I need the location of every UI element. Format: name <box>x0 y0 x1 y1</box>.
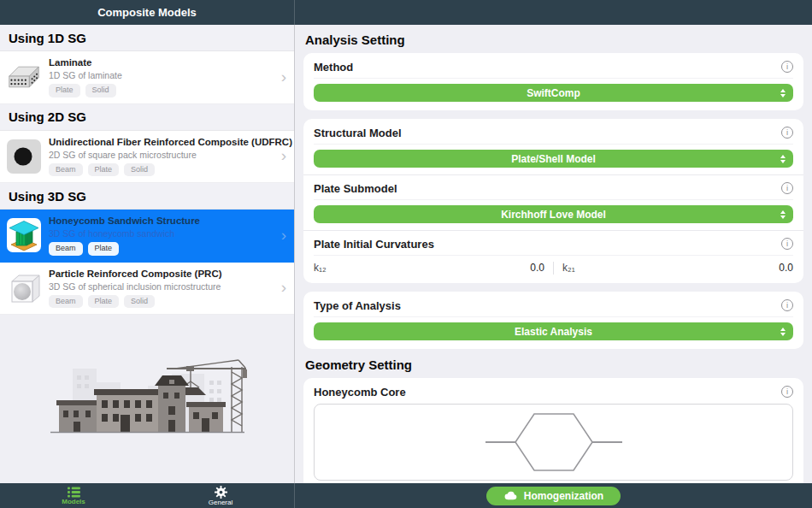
divider <box>314 316 793 317</box>
window-title: Composite Models <box>97 6 197 19</box>
section-header-2d-sg: Using 2D SG <box>0 104 294 131</box>
tag-plate: Plate <box>88 295 120 309</box>
content-area: Using 1D SG <box>0 25 812 483</box>
curvatures-label-row: Plate Initial Curvatures i <box>314 237 793 251</box>
app-window: Composite Models Using 1D SG <box>0 0 812 508</box>
picker-arrows-icon <box>780 89 786 97</box>
structural-model-select[interactable]: Plate/Shell Model <box>314 150 793 168</box>
info-icon[interactable]: i <box>781 299 793 311</box>
sidebar-header: Composite Models <box>0 0 295 25</box>
info-icon[interactable]: i <box>781 61 793 73</box>
info-icon[interactable]: i <box>781 127 793 139</box>
plate-submodel-select[interactable]: Kirchhoff Love Model <box>314 205 793 223</box>
tab-general-label: General <box>209 499 232 506</box>
chevron-right-icon: › <box>281 279 289 297</box>
list-icon <box>68 487 80 498</box>
plate-submodel-label-row: Plate Submodel i <box>314 181 793 195</box>
info-icon[interactable]: i <box>781 182 793 194</box>
picker-arrows-icon <box>780 210 786 219</box>
tag-beam: Beam <box>49 163 83 177</box>
prc-icon <box>7 271 41 305</box>
plate-submodel-label: Plate Submodel <box>314 182 397 195</box>
gear-icon <box>215 486 227 499</box>
item-body: Particle Reinforced Composite (PRC) 3D S… <box>49 269 274 309</box>
chevron-right-icon: › <box>281 227 289 245</box>
sidebar-empty-area <box>0 315 294 483</box>
tab-bar: Models Gen <box>0 483 295 508</box>
k21-value[interactable]: 0.0 <box>779 262 793 274</box>
item-title: Laminate <box>49 57 274 68</box>
tag-plate: Plate <box>49 84 80 97</box>
laminate-icon <box>7 60 41 94</box>
item-tags: Plate Solid <box>49 84 274 97</box>
picker-arrows-icon <box>780 328 786 336</box>
k21-field: k₂₁ 0.0 <box>554 262 793 274</box>
k12-field: k₁₂ 0.0 <box>314 262 553 274</box>
tag-plate: Plate <box>88 163 120 177</box>
homogenization-button[interactable]: Homogenization <box>486 487 621 505</box>
sidebar-item-prc[interactable]: Particle Reinforced Composite (PRC) 3D S… <box>0 263 294 316</box>
divider <box>303 174 803 175</box>
item-subtitle: 1D SG of laminate <box>49 70 274 80</box>
item-subtitle: 2D SG of square pack microstructure <box>49 150 274 160</box>
type-of-analysis-value: Elastic Analysis <box>515 326 592 338</box>
method-label: Method <box>314 61 353 74</box>
type-of-analysis-card: Type of Analysis i Elastic Analysis <box>303 292 803 349</box>
item-subtitle: 3D SG of spherical inclusion microstruct… <box>49 281 274 292</box>
section-header-1d-sg: Using 1D SG <box>0 25 294 51</box>
divider <box>314 199 793 200</box>
method-select[interactable]: SwiftComp <box>314 84 793 102</box>
honeycomb-core-label: Honeycomb Core <box>314 386 406 399</box>
sidebar-item-honeycomb-sandwich[interactable]: Honeycomb Sandwich Structure 3D SG of ho… <box>0 210 294 263</box>
item-tags: Beam Plate <box>49 242 274 256</box>
city-construction-illustration <box>47 357 248 442</box>
honeycomb-core-card: Honeycomb Core i Core Length (l₁) 3.6 <box>303 378 803 483</box>
models-sidebar: Using 1D SG <box>0 25 295 483</box>
k12-label: k₁₂ <box>314 262 327 274</box>
curvatures-label: Plate Initial Curvatures <box>314 238 434 251</box>
info-icon[interactable]: i <box>781 238 793 250</box>
plate-submodel-value: Kirchhoff Love Model <box>501 209 606 221</box>
chevron-right-icon: › <box>281 147 289 165</box>
divider <box>314 78 793 79</box>
chevron-right-icon: › <box>281 68 289 86</box>
item-tags: Beam Plate Solid <box>49 295 274 309</box>
tab-models[interactable]: Models <box>0 483 147 508</box>
tab-models-label: Models <box>62 499 85 505</box>
udfrc-icon <box>7 139 41 174</box>
tag-beam: Beam <box>49 295 83 309</box>
honeycomb-core-label-row: Honeycomb Core i <box>314 385 793 399</box>
item-body: Honeycomb Sandwich Structure 3D SG of ho… <box>49 216 274 256</box>
type-of-analysis-select[interactable]: Elastic Analysis <box>314 322 793 340</box>
structural-model-card: Structural Model i Plate/Shell Model Pla… <box>303 119 803 283</box>
type-of-analysis-label: Type of Analysis <box>314 299 401 312</box>
analysis-setting-heading: Analysis Setting <box>305 32 802 47</box>
divider <box>314 144 793 145</box>
method-label-row: Method i <box>314 60 793 74</box>
sidebar-item-laminate[interactable]: Laminate 1D SG of laminate Plate Solid › <box>0 51 294 104</box>
tag-solid: Solid <box>124 295 155 309</box>
divider <box>303 230 803 231</box>
cloud-icon <box>503 491 517 500</box>
homogenization-button-label: Homogenization <box>524 490 603 502</box>
tab-general[interactable]: General <box>147 483 294 508</box>
info-icon[interactable]: i <box>781 386 793 398</box>
tag-beam: Beam <box>49 242 83 256</box>
sidebar-item-udfrc[interactable]: Unidirectional Fiber Reinforced Composit… <box>0 131 294 184</box>
picker-arrows-icon <box>780 155 786 163</box>
item-body: Unidirectional Fiber Reinforced Composit… <box>49 137 274 177</box>
bottom-bar: Models Gen <box>0 483 812 508</box>
structural-model-label-row: Structural Model i <box>314 126 793 139</box>
honeycomb-diagram-box <box>314 404 793 481</box>
honeycomb-sandwich-icon <box>7 218 41 252</box>
geometry-setting-heading: Geometry Setting <box>305 357 802 372</box>
item-title: Particle Reinforced Composite (PRC) <box>49 269 274 279</box>
tag-solid: Solid <box>124 163 155 177</box>
k21-label: k₂₁ <box>562 262 575 274</box>
tag-plate: Plate <box>88 242 120 256</box>
top-navigation-bar: Composite Models <box>0 0 812 25</box>
divider <box>314 255 793 256</box>
action-bar: Homogenization <box>295 483 812 508</box>
k12-value[interactable]: 0.0 <box>530 262 544 274</box>
section-header-3d-sg: Using 3D SG <box>0 183 294 210</box>
